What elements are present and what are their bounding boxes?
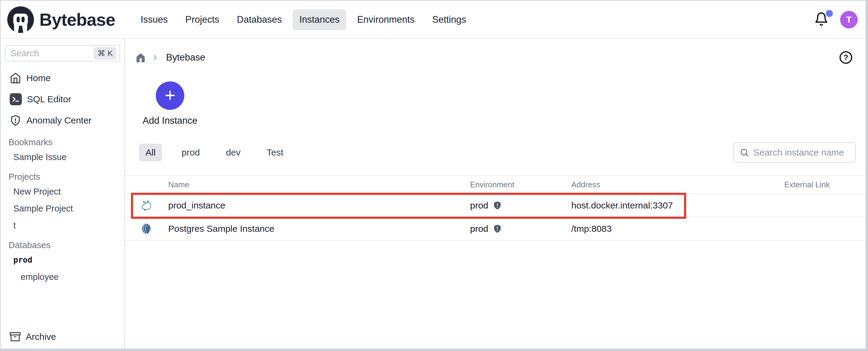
nav-projects[interactable]: Projects xyxy=(179,9,226,30)
protected-environment-shield-icon xyxy=(493,224,502,234)
sidebar-item-sql-editor[interactable]: SQL Editor xyxy=(1,89,124,110)
breadcrumb-home-button[interactable] xyxy=(135,52,146,63)
main-content: Bytebase ? + Add Instance All prod dev T… xyxy=(125,39,866,349)
postgres-elephant-icon xyxy=(140,222,153,236)
section-title-projects: Projects xyxy=(1,170,124,183)
instance-address: /tmp:8083 xyxy=(571,223,774,234)
column-header-name: Name xyxy=(125,180,470,189)
bytebase-logo-icon xyxy=(6,5,35,34)
home-filled-icon xyxy=(135,52,146,63)
question-mark-icon: ? xyxy=(843,53,848,62)
sidebar-nav: Home SQL Editor Anomaly Center xyxy=(1,68,124,131)
column-header-external-link: External Link xyxy=(774,180,866,189)
nav-databases[interactable]: Databases xyxy=(230,9,288,30)
sidebar-item-t[interactable]: t xyxy=(1,217,124,234)
shield-alert-icon xyxy=(10,115,21,126)
main-nav: Issues Projects Databases Instances Envi… xyxy=(134,9,473,30)
help-button[interactable]: ? xyxy=(839,51,852,64)
notifications-button[interactable] xyxy=(814,12,830,28)
sidebar-item-label: Anomaly Center xyxy=(26,115,92,126)
sidebar-item-anomaly-center[interactable]: Anomaly Center xyxy=(1,110,124,131)
plus-icon[interactable]: + xyxy=(156,81,184,110)
sidebar-item-label: Home xyxy=(26,73,51,83)
instance-search-box[interactable] xyxy=(734,142,856,163)
avatar[interactable]: T xyxy=(840,11,858,29)
top-nav-right: T xyxy=(814,11,858,29)
sidebar-item-archive[interactable]: Archive xyxy=(1,327,124,346)
archive-icon xyxy=(10,331,21,342)
terminal-icon xyxy=(10,93,22,105)
nav-issues[interactable]: Issues xyxy=(134,9,175,30)
column-header-environment: Environment xyxy=(470,180,571,189)
chevron-right-icon xyxy=(151,53,159,62)
table-row-postgres-sample-instance[interactable]: Postgres Sample Instance prod /tmp:808 xyxy=(125,217,866,241)
add-instance-label: Add Instance xyxy=(143,115,197,126)
sidebar-item-sample-issue[interactable]: Sample Issue xyxy=(1,148,124,166)
section-title-bookmarks: Bookmarks xyxy=(1,136,124,148)
instance-address: host.docker.internal:3307 xyxy=(571,200,774,211)
top-nav-bar: Bytebase Issues Projects Databases Insta… xyxy=(1,1,866,39)
add-instance-button[interactable]: + Add Instance xyxy=(141,81,199,126)
brand-name: Bytebase xyxy=(39,9,115,30)
sidebar-search-input[interactable] xyxy=(10,48,91,59)
instance-search-input[interactable] xyxy=(753,147,850,157)
sidebar-item-prod[interactable]: prod xyxy=(1,251,124,269)
mysql-dolphin-icon xyxy=(140,199,153,212)
sidebar-item-label: SQL Editor xyxy=(27,94,71,104)
environment-name: prod xyxy=(470,223,488,234)
bytebase-logo[interactable]: Bytebase xyxy=(6,5,115,34)
sidebar-item-label: Archive xyxy=(26,331,56,342)
instance-table: Name Environment Address External Link xyxy=(125,175,866,241)
filter-tab-prod[interactable]: prod xyxy=(175,144,207,161)
nav-environments[interactable]: Environments xyxy=(350,9,421,30)
search-icon xyxy=(740,148,749,157)
sidebar-search[interactable]: ⌘ K xyxy=(5,45,120,62)
bytebase-app-window: Bytebase Issues Projects Databases Insta… xyxy=(0,0,868,351)
breadcrumb-current[interactable]: Bytebase xyxy=(166,52,205,63)
environment-filter-row: All prod dev Test xyxy=(139,142,856,163)
sidebar: ⌘ K Home SQL Editor xyxy=(1,39,125,349)
notification-dot xyxy=(826,10,833,17)
instance-name[interactable]: prod_instance xyxy=(168,200,225,211)
table-header-row: Name Environment Address External Link xyxy=(125,175,866,194)
environment-name: prod xyxy=(470,200,488,211)
protected-environment-shield-icon xyxy=(493,201,502,210)
section-title-databases: Databases xyxy=(1,239,124,251)
sidebar-item-new-project[interactable]: New Project xyxy=(1,183,124,200)
breadcrumb: Bytebase ? xyxy=(135,51,852,64)
sidebar-item-home[interactable]: Home xyxy=(1,68,124,89)
nav-settings[interactable]: Settings xyxy=(426,9,473,30)
filter-tab-dev[interactable]: dev xyxy=(219,144,247,161)
nav-instances[interactable]: Instances xyxy=(293,9,346,30)
sidebar-item-sample-project[interactable]: Sample Project xyxy=(1,200,124,217)
table-row-prod-instance[interactable]: prod_instance prod host.docker.interna xyxy=(125,194,866,217)
column-header-address: Address xyxy=(571,180,774,189)
filter-tab-test[interactable]: Test xyxy=(260,144,290,161)
home-icon xyxy=(10,72,21,84)
filter-tab-all[interactable]: All xyxy=(139,144,162,161)
instance-name[interactable]: Postgres Sample Instance xyxy=(168,223,274,234)
sidebar-item-employee[interactable]: employee xyxy=(1,269,124,285)
search-shortcut-badge: ⌘ K xyxy=(94,47,116,60)
